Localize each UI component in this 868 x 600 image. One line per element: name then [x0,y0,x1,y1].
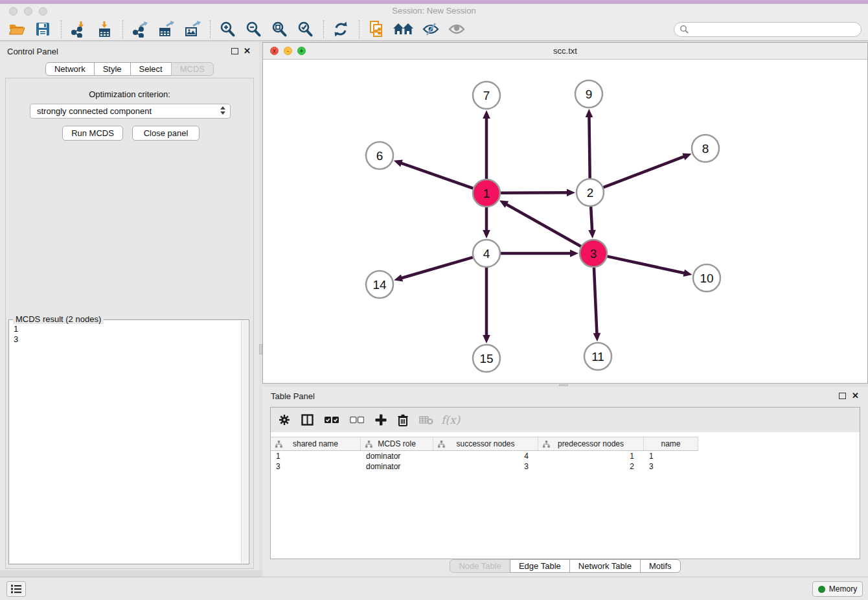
graph-edge-arrowhead [588,230,596,238]
tab-node-table[interactable]: Node Table [450,559,510,573]
mcds-result-list: 1 3 [9,321,240,563]
zoom-out-icon [245,21,262,38]
table-cell[interactable]: 4 [433,452,538,462]
task-history-button[interactable] [6,581,26,597]
select-all-button[interactable] [325,416,339,424]
graph-edge-1-2[interactable] [501,192,568,193]
zoom-fit-icon [271,21,288,38]
trash-icon [398,414,408,426]
mcds-result-line: 3 [14,334,240,345]
column-header-name[interactable]: name [644,437,698,450]
save-disk-icon [36,22,50,36]
criterion-dropdown[interactable]: strongly connected component [30,104,231,119]
import-table-button[interactable] [94,19,115,39]
tree-sort-icon [543,441,550,448]
graph-edge-3-11[interactable] [594,268,597,334]
table-settings-button[interactable] [279,414,290,426]
export-image-button[interactable] [181,19,202,39]
clone-network-button[interactable] [366,19,387,39]
gear-icon [279,414,290,426]
search-input[interactable] [692,25,856,34]
table-cell[interactable]: 1 [644,452,698,462]
search-box[interactable] [674,22,862,37]
table-cell[interactable]: 3 [433,462,538,472]
tree-sort-icon [365,441,372,448]
eye-slash-icon [422,21,440,37]
table-panel: Table Panel ✕ [262,387,868,577]
graph-edge-1-6[interactable] [400,163,473,188]
column-icon [301,414,314,426]
table-cell[interactable]: dominator [361,452,433,462]
graph-node-label: 1 [483,187,490,200]
save-session-button[interactable] [32,19,53,39]
tab-edge-table[interactable]: Edge Table [510,559,570,573]
import-network-button[interactable] [68,19,89,39]
graph-edge-4-14[interactable] [401,257,473,278]
network-canvas[interactable]: 7968124314101511 [263,60,867,383]
graph-edge-arrowhead [593,333,601,341]
export-network-button[interactable] [130,19,150,39]
zoom-selected-button[interactable] [295,19,315,39]
optimization-criterion-label: Optimization criterion: [6,89,253,99]
graph-edge-2-3[interactable] [591,207,592,231]
tab-mcds[interactable]: MCDS [171,62,214,76]
delete-table-button[interactable] [419,415,433,425]
close-panel-button[interactable]: Close panel [132,126,200,141]
table-cell[interactable]: dominator [361,462,433,472]
close-panel-icon[interactable]: ✕ [852,391,859,400]
graph-edge-3-10[interactable] [607,257,685,273]
dropdown-stepper-icon [220,106,225,115]
mcds-tab-content: Optimization criterion: strongly connect… [5,78,254,569]
delete-row-button[interactable] [398,414,408,426]
deselect-all-button[interactable] [350,416,364,424]
column-header-predecessor-nodes[interactable]: predecessor nodes [538,437,644,450]
add-row-button[interactable] [375,414,387,426]
divider-grip[interactable] [559,384,568,386]
zoom-in-button[interactable] [217,19,238,39]
zoom-fit-button[interactable] [269,19,290,39]
show-column-button[interactable] [301,414,314,426]
criterion-dropdown-value: strongly connected component [37,106,152,116]
apply-layout-button[interactable] [330,19,351,39]
toolbar-separator [122,20,123,38]
hide-displayed-button[interactable] [420,19,441,39]
memory-button[interactable]: Memory [812,581,863,597]
tab-network[interactable]: Network [45,62,95,76]
graph-edge-arrowhead [567,189,575,196]
graph-edge-3-1[interactable] [506,204,581,247]
tab-select[interactable]: Select [130,62,172,76]
column-header-shared-name[interactable]: shared name [271,437,361,450]
network-window-title: scc.txt [263,46,867,56]
open-session-button[interactable] [6,19,27,39]
table-row[interactable]: 1dominator411 [271,452,698,462]
tree-sort-icon [438,441,445,448]
table-cell[interactable]: 2 [538,462,644,472]
column-header-successor-nodes[interactable]: successor nodes [433,437,538,450]
show-hidden-button[interactable] [446,19,467,39]
float-panel-icon[interactable] [839,393,846,399]
application-window: Session: New Session [0,0,868,600]
table-cell[interactable]: 3 [271,462,361,472]
zoom-out-button[interactable] [243,19,264,39]
export-table-button[interactable] [155,19,176,39]
apply-function-button[interactable]: f(x) [441,413,460,426]
float-panel-icon[interactable] [231,48,238,54]
result-scrollbar[interactable] [241,321,248,563]
close-panel-icon[interactable]: ✕ [244,46,251,56]
table-row[interactable]: 3dominator323 [271,462,698,472]
table-cell[interactable]: 3 [644,462,698,472]
home-button[interactable] [392,19,415,39]
graph-node-label: 11 [591,350,604,363]
memory-status-icon [818,586,825,593]
control-panel-title: Control Panel [7,47,58,56]
column-header-MCDS-role[interactable]: MCDS role [361,437,433,450]
zoom-selected-icon [297,21,314,38]
table-cell[interactable]: 1 [538,452,644,462]
table-cell[interactable]: 1 [271,452,361,462]
run-mcds-button[interactable]: Run MCDS [62,126,123,141]
graph-edge-2-9[interactable] [589,116,589,178]
tab-motifs[interactable]: Motifs [640,559,681,573]
tab-style[interactable]: Style [94,62,131,76]
graph-edge-2-8[interactable] [604,156,685,187]
tab-network-table[interactable]: Network Table [569,559,641,573]
